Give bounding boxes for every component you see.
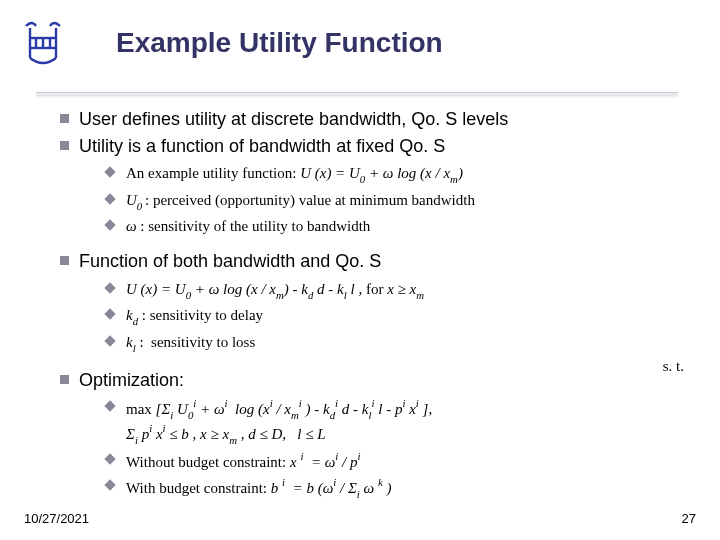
- square-bullet-icon: [60, 141, 69, 150]
- diamond-bullet-icon: [104, 400, 115, 411]
- sub-bullet-group: U (x) = U0 + ω log (x / xm) - kd d - kl …: [106, 279, 686, 355]
- slide: { "title": "Example Utility Function", "…: [0, 0, 720, 540]
- diamond-bullet-icon: [104, 219, 115, 230]
- bullet-text: kd : sensitivity to delay: [126, 305, 263, 328]
- diamond-bullet-icon: [104, 193, 115, 204]
- bullet-text: Optimization:: [79, 369, 184, 392]
- bullet-text: An example utility function: U (x) = U0 …: [126, 163, 463, 186]
- bullet-text: User defines utility at discrete bandwid…: [79, 108, 508, 131]
- footer-date: 10/27/2021: [24, 511, 89, 526]
- equation: x i = ωi / pi: [290, 454, 361, 470]
- square-bullet-icon: [60, 375, 69, 384]
- symbol: ω: [126, 218, 140, 234]
- diamond-bullet-icon: [104, 454, 115, 465]
- equation: U (x) = U0 + ω log (x / xm): [300, 165, 463, 181]
- text-run: sensitivity to delay: [150, 307, 263, 323]
- bullet-level2: With budget constraint: b i = b (ωi / Σi…: [106, 476, 686, 501]
- bullet-text: Without budget constraint: x i = ωi / pi: [126, 450, 361, 472]
- bullet-level1: Optimization:: [60, 369, 686, 392]
- bullet-text: With budget constraint: b i = b (ωi / Σi…: [126, 476, 392, 501]
- bullet-level2: kd : sensitivity to delay: [106, 305, 686, 328]
- diamond-bullet-icon: [104, 335, 115, 346]
- text-run: An example utility function:: [126, 165, 300, 181]
- symbol: U0: [126, 192, 145, 208]
- bullet-level2: max [Σi U0i + ωi log (xi / xmi ) - kdi d…: [106, 397, 686, 446]
- footer-page-number: 27: [682, 511, 696, 526]
- title-row: Example Utility Function: [0, 0, 720, 76]
- text-run: sensitivity of the utility to bandwidth: [148, 218, 370, 234]
- slide-body: User defines utility at discrete bandwid…: [60, 104, 686, 490]
- text-run: sensitivity to loss: [151, 334, 255, 350]
- university-logo: [20, 18, 66, 68]
- bullet-level2: kl : sensitivity to loss: [106, 332, 686, 355]
- equation: b i = b (ωi / Σi ω k ): [271, 480, 392, 496]
- symbol: kl: [126, 334, 136, 350]
- bullet-text: kl : sensitivity to loss: [126, 332, 255, 355]
- bullet-level1: Function of both bandwidth and Qo. S: [60, 250, 686, 273]
- symbol: kd: [126, 307, 138, 323]
- footer: 10/27/2021 27: [24, 511, 696, 526]
- diamond-bullet-icon: [104, 282, 115, 293]
- equation: U (x) = U0 + ω log (x / xm) - kd d - kl …: [126, 279, 424, 302]
- square-bullet-icon: [60, 256, 69, 265]
- bullet-level2: An example utility function: U (x) = U0 …: [106, 163, 686, 186]
- bullet-text: ω : sensitivity of the utility to bandwi…: [126, 216, 370, 236]
- bullet-text: Function of both bandwidth and Qo. S: [79, 250, 381, 273]
- square-bullet-icon: [60, 114, 69, 123]
- bullet-level2: U (x) = U0 + ω log (x / xm) - kd d - kl …: [106, 279, 686, 302]
- slide-title: Example Utility Function: [116, 27, 443, 59]
- bullet-text: Utility is a function of bandwidth at fi…: [79, 135, 445, 158]
- bullet-level2: ω : sensitivity of the utility to bandwi…: [106, 216, 686, 236]
- sub-bullet-group: max [Σi U0i + ωi log (xi / xmi ) - kdi d…: [106, 397, 686, 501]
- bullet-level2: Without budget constraint: x i = ωi / pi: [106, 450, 686, 472]
- bullet-text: U0 : perceived (opportunity) value at mi…: [126, 190, 475, 213]
- bullet-level1: User defines utility at discrete bandwid…: [60, 108, 686, 131]
- equation: Σi pi xi ≤ b , x ≥ xm , d ≤ D, l ≤ L: [126, 426, 326, 442]
- bullet-text: max [Σi U0i + ωi log (xi / xmi ) - kdi d…: [126, 397, 432, 446]
- diamond-bullet-icon: [104, 309, 115, 320]
- bullet-level2: U0 : perceived (opportunity) value at mi…: [106, 190, 686, 213]
- diamond-bullet-icon: [104, 166, 115, 177]
- diamond-bullet-icon: [104, 480, 115, 491]
- sub-bullet-group: An example utility function: U (x) = U0 …: [106, 163, 686, 236]
- bullet-level1: Utility is a function of bandwidth at fi…: [60, 135, 686, 158]
- equation: max [Σi U0i + ωi log (xi / xmi ) - kdi d…: [126, 401, 432, 417]
- text-run: With budget constraint:: [126, 480, 271, 496]
- title-underline: [36, 92, 678, 94]
- text-run: Without budget constraint:: [126, 454, 290, 470]
- subject-to-label: s. t.: [663, 358, 684, 375]
- text-run: perceived (opportunity) value at minimum…: [153, 192, 475, 208]
